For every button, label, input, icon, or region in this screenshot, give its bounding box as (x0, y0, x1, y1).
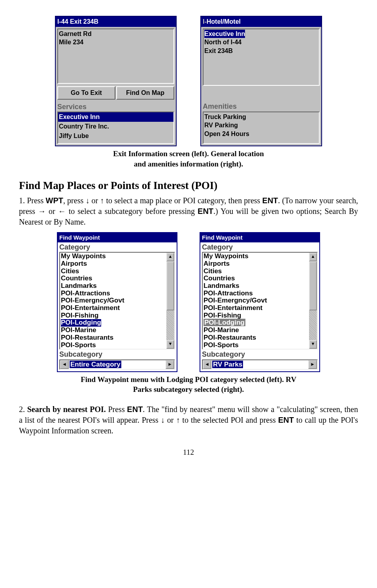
scroll-down-icon[interactable]: ▼ (309, 340, 317, 349)
paragraph-2: 2. Search by nearest POI. Press ENT. The… (19, 404, 358, 436)
services-label: Services (56, 101, 176, 112)
scroll-down-icon[interactable]: ▼ (166, 340, 174, 349)
scroll-up-icon[interactable]: ▲ (309, 253, 317, 261)
fw-sub-value: RV Parks (212, 361, 243, 368)
find-on-map-button[interactable]: Find On Map (116, 86, 174, 100)
scroll-up-icon[interactable]: ▲ (166, 253, 174, 261)
exit-location-line2: Mile 234 (59, 38, 173, 47)
amenities-label: Amenities (201, 101, 321, 111)
hotel-location-panel: Executive Inn North of I-44 Exit 234B (203, 28, 320, 86)
exit-titlebar: I-44 Exit 234B (56, 17, 176, 27)
fw-subcategory-label: Subcategory (200, 350, 319, 359)
figure-1-caption: Exit Information screen (left). General … (19, 149, 358, 169)
arrow-right-icon[interactable]: ► (308, 360, 317, 369)
figure-row-1: I-44 Exit 234B Garnett Rd Mile 234 Go To… (19, 16, 358, 146)
fw-item[interactable]: POI-Sports (203, 342, 309, 349)
find-waypoint-left: Find Waypoint Category My Waypoints Airp… (57, 232, 177, 372)
fw-item[interactable]: POI-Fishing (60, 312, 166, 320)
amenities-list: Truck Parking RV Parking Open 24 Hours (203, 112, 320, 144)
hotel-titlebar: I-Hotel/Motel (201, 17, 321, 27)
hotel-motel-screen: I-Hotel/Motel Executive Inn North of I-4… (200, 16, 322, 146)
fw-item[interactable]: Cities (203, 268, 309, 275)
fw-sub-value: Entire Category (70, 361, 121, 368)
service-item[interactable]: Country Tire Inc. (58, 122, 173, 131)
fw-item[interactable]: POI-Attractions (203, 290, 309, 297)
fw-subcategory-select[interactable]: ◄ Entire Category ► (59, 359, 175, 370)
exit-location-line1: Garnett Rd (59, 30, 173, 38)
figure-row-2: Find Waypoint Category My Waypoints Airp… (19, 232, 358, 372)
hotel-loc-line2: North of I-44 (204, 38, 318, 47)
fw-titlebar: Find Waypoint (200, 233, 319, 242)
fw-item[interactable]: POI-Restaurants (203, 334, 309, 342)
fw-item[interactable]: POI-Emergncy/Govt (60, 297, 166, 304)
fw-item[interactable]: Landmarks (60, 282, 166, 290)
arrow-right-icon[interactable]: ► (166, 360, 174, 369)
amenity-item: Truck Parking (204, 113, 318, 121)
fw-titlebar: Find Waypoint (58, 233, 177, 242)
exit-location-panel: Garnett Rd Mile 234 (57, 28, 174, 84)
go-to-exit-button[interactable]: Go To Exit (57, 86, 115, 100)
fw-category-label: Category (200, 242, 319, 252)
amenity-item: RV Parking (204, 121, 318, 130)
section-heading: Find Map Places or Points of Interest (P… (19, 178, 358, 193)
fw-category-label: Category (58, 242, 177, 252)
fw-scrollbar[interactable]: ▲ ▼ (166, 253, 174, 349)
figure-2-caption: Find Waypoint menu with Lodging POI cate… (19, 374, 358, 395)
page-number: 112 (19, 447, 358, 458)
fw-item[interactable]: POI-Fishing (203, 312, 309, 320)
paragraph-1: 1. Press WPT, press ↓ or ↑ to select a m… (19, 195, 358, 227)
fw-item[interactable]: My Waypoints (203, 253, 309, 260)
fw-item[interactable]: My Waypoints (60, 253, 166, 260)
fw-item[interactable]: Countries (203, 275, 309, 282)
fw-item[interactable]: POI-Entertainment (60, 304, 166, 312)
fw-item[interactable]: Airports (203, 260, 309, 268)
service-item[interactable]: Jiffy Lube (58, 131, 173, 141)
fw-category-list[interactable]: My Waypoints Airports Cities Countries L… (59, 252, 175, 350)
fw-item-dimmed[interactable]: POI-Lodging (204, 319, 245, 326)
fw-item[interactable]: POI-Emergncy/Govt (203, 297, 309, 304)
exit-info-screen: I-44 Exit 234B Garnett Rd Mile 234 Go To… (55, 16, 177, 146)
fw-item[interactable]: POI-Attractions (60, 290, 166, 297)
service-item-selected[interactable]: Executive Inn (58, 112, 173, 122)
fw-item[interactable]: POI-Marine (60, 327, 166, 334)
fw-item[interactable]: POI-Restaurants (60, 334, 166, 342)
fw-item[interactable]: Countries (60, 275, 166, 282)
hotel-name-selected: Executive Inn (204, 30, 245, 38)
fw-subcategory-label: Subcategory (58, 350, 177, 359)
exit-button-row: Go To Exit Find On Map (57, 86, 174, 100)
amenity-item: Open 24 Hours (204, 130, 318, 138)
arrow-left-icon[interactable]: ◄ (203, 360, 211, 369)
fw-category-list[interactable]: My Waypoints Airports Cities Countries L… (202, 252, 318, 350)
fw-item[interactable]: Landmarks (203, 282, 309, 290)
services-list[interactable]: Executive Inn Country Tire Inc. Jiffy Lu… (57, 112, 174, 144)
fw-item[interactable]: Airports (60, 260, 166, 268)
fw-item[interactable]: POI-Entertainment (203, 304, 309, 312)
fw-subcategory-select[interactable]: ◄ RV Parks ► (202, 359, 318, 370)
hotel-loc-line3: Exit 234B (204, 47, 318, 55)
fw-item[interactable]: POI-Marine (203, 327, 309, 334)
find-waypoint-right: Find Waypoint Category My Waypoints Airp… (200, 232, 320, 372)
fw-item[interactable]: POI-Sports (60, 342, 166, 349)
fw-item-selected[interactable]: POI-Lodging (61, 319, 101, 327)
fw-scrollbar[interactable]: ▲ ▼ (309, 253, 317, 349)
fw-item[interactable]: Cities (60, 268, 166, 275)
arrow-left-icon[interactable]: ◄ (60, 360, 69, 369)
